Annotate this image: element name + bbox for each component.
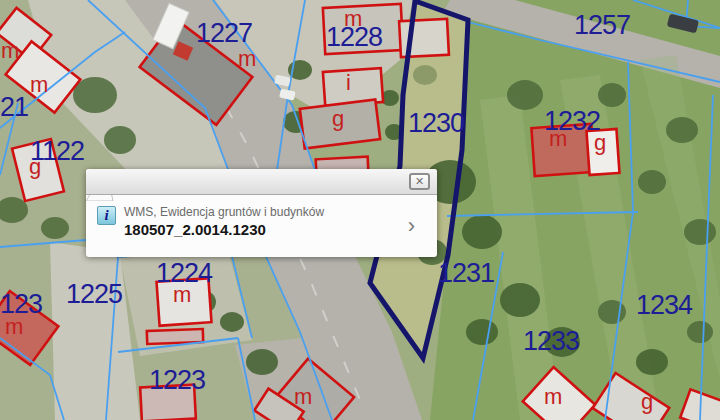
popup-body: i WMS, Ewidencja gruntów i budynków 1805… [86,195,437,256]
popup-layer-name: WMS, Ewidencja gruntów i budynków [124,205,397,220]
popup-close-button[interactable]: ✕ [409,173,430,190]
info-popup: ✕ i WMS, Ewidencja gruntów i budynków 18… [86,169,437,257]
popup-header: ✕ [86,169,437,195]
popup-feature-id: 180507_2.0014.1230 [124,220,397,239]
popup-next-chevron-icon[interactable]: › [408,213,415,239]
info-icon: i [97,206,116,225]
map-canvas[interactable]: 1227122812571230123211221231123412241225… [0,0,720,420]
popup-text: WMS, Ewidencja gruntów i budynków 180507… [124,205,397,239]
